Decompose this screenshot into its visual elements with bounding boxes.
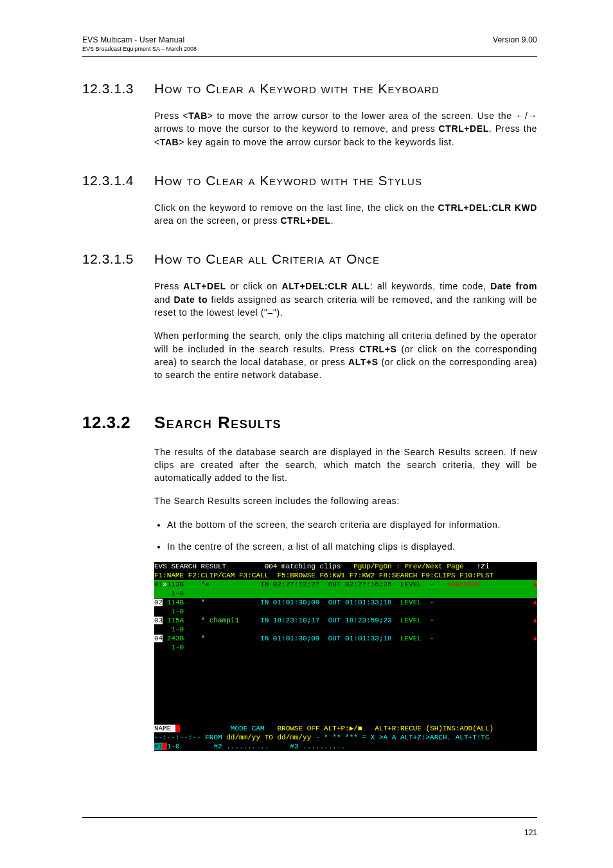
list-item: In the centre of the screen, a list of a… — [167, 540, 537, 553]
section-heading: 12.3.1.4 How to Clear a Keyword with the… — [82, 173, 537, 188]
paragraph: The results of the database search are d… — [154, 446, 537, 485]
search-result-screenshot: EVS SEARCH RESULT 004 matching clips PgU… — [154, 562, 537, 751]
section-number: 12.3.1.5 — [82, 251, 154, 267]
section-body: Click on the keyword to remove on the la… — [154, 201, 537, 228]
header: EVS Multicam - User Manual Version 9.00 … — [82, 35, 537, 57]
section-title: How to Clear a Keyword with the Keyboard — [154, 81, 440, 96]
section-number: 12.3.2 — [82, 413, 154, 433]
header-left-title: EVS Multicam - User Manual — [82, 35, 184, 44]
paragraph: The Search Results screen includes the f… — [154, 494, 537, 507]
footer-rule — [82, 817, 537, 818]
page-number: 121 — [524, 828, 537, 837]
section-number: 12.3.1.3 — [82, 81, 154, 96]
header-rule — [82, 56, 537, 57]
section-title: How to Clear all Criteria at Once — [154, 251, 380, 267]
section-heading: 12.3.1.3 How to Clear a Keyword with the… — [82, 81, 537, 96]
paragraph: Press ALT+DEL or click on ALT+DEL:CLR AL… — [154, 280, 537, 319]
section-number: 12.3.1.4 — [82, 173, 154, 188]
header-left-sub: EVS Broadcast Equipment SA – March 2008 — [82, 46, 537, 52]
section-body: The results of the database search are d… — [154, 446, 537, 554]
section-heading-major: 12.3.2 Search Results — [82, 413, 537, 433]
section-title: How to Clear a Keyword with the Stylus — [154, 173, 422, 188]
page: EVS Multicam - User Manual Version 9.00 … — [0, 0, 613, 868]
section-title: Search Results — [154, 413, 281, 433]
paragraph: Press <TAB> to move the arrow cursor to … — [154, 109, 537, 149]
section-heading: 12.3.1.5 How to Clear all Criteria at On… — [82, 251, 537, 267]
paragraph: Click on the keyword to remove on the la… — [154, 201, 537, 228]
section-body: Press ALT+DEL or click on ALT+DEL:CLR AL… — [154, 280, 537, 381]
section-body: Press <TAB> to move the arrow cursor to … — [154, 109, 537, 149]
list-item: At the bottom of the screen, the search … — [167, 518, 537, 531]
header-version: Version 9.00 — [493, 35, 537, 44]
paragraph: When performing the search, only the cli… — [154, 329, 537, 381]
bullet-list: At the bottom of the screen, the search … — [154, 518, 537, 554]
